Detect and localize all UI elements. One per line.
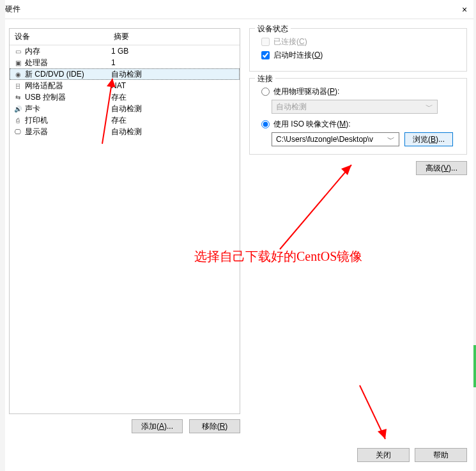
device-row[interactable]: 🖵显示器自动检测 bbox=[10, 126, 240, 137]
connect-at-poweron-checkbox[interactable] bbox=[261, 51, 270, 59]
connected-label: 已连接(C) bbox=[273, 36, 307, 47]
physical-drive-value: 自动检测 bbox=[276, 102, 307, 112]
close-button[interactable]: 关闭 bbox=[357, 448, 410, 462]
chevron-down-icon: ﹀ bbox=[426, 102, 433, 112]
left-buttons: 添加(A)... 移除(R) bbox=[9, 419, 240, 433]
device-row[interactable]: ⌸网络适配器NAT bbox=[10, 80, 240, 91]
connected-checkbox bbox=[261, 38, 270, 46]
device-summary: 存在 bbox=[109, 115, 240, 126]
title-bar: 硬件 × bbox=[0, 0, 476, 19]
device-summary: 自动检测 bbox=[109, 69, 240, 80]
iso-file-label: 使用 ISO 映像文件(M): bbox=[273, 119, 351, 130]
physical-drive-select: 自动检测 ﹀ bbox=[272, 100, 438, 114]
printer-icon: ⎙ bbox=[13, 116, 22, 125]
add-button[interactable]: 添加(A)... bbox=[132, 419, 183, 433]
device-list-header: 设备 摘要 bbox=[10, 29, 240, 45]
connection-group: 连接 使用物理驱动器(P): 自动检测 ﹀ 使用 ISO 映像文件(M): C:… bbox=[249, 78, 467, 155]
remove-button-label: 移除(R) bbox=[202, 421, 228, 432]
advanced-button[interactable]: 高级(V)... bbox=[416, 161, 467, 175]
header-device: 设备 bbox=[10, 29, 109, 45]
add-button-label: 添加(A)... bbox=[141, 421, 173, 432]
device-name: 网络适配器 bbox=[25, 81, 63, 91]
device-name: 新 CD/DVD (IDE) bbox=[25, 69, 84, 80]
background-strip-left bbox=[0, 0, 5, 471]
device-status-legend: 设备状态 bbox=[255, 24, 291, 35]
sound-icon: 🔊 bbox=[13, 104, 22, 113]
advanced-button-label: 高级(V)... bbox=[426, 163, 457, 174]
device-row[interactable]: ▣处理器1 bbox=[10, 57, 240, 68]
device-name: USB 控制器 bbox=[25, 92, 66, 103]
device-summary: 1 GB bbox=[109, 47, 240, 56]
chevron-down-icon[interactable]: ﹀ bbox=[387, 134, 395, 145]
content-area: 设备 摘要 ▭内存1 GB▣处理器1◉新 CD/DVD (IDE)自动检测⌸网络… bbox=[0, 19, 476, 433]
help-button[interactable]: 帮助 bbox=[415, 448, 467, 462]
display-icon: 🖵 bbox=[13, 127, 22, 136]
connected-checkbox-row: 已连接(C) bbox=[261, 36, 460, 47]
device-summary: 自动检测 bbox=[109, 127, 240, 137]
cpu-icon: ▣ bbox=[13, 58, 22, 67]
close-icon[interactable]: × bbox=[458, 4, 471, 15]
background-strip-right bbox=[473, 0, 476, 471]
device-row[interactable]: ▭内存1 GB bbox=[10, 45, 240, 57]
right-pane: 设备状态 已连接(C) 启动时连接(O) 连接 使用物理驱动器(P): 自动检测… bbox=[249, 28, 467, 433]
connect-at-poweron-row[interactable]: 启动时连接(O) bbox=[261, 50, 460, 61]
device-name: 声卡 bbox=[25, 104, 40, 114]
disc-icon: ◉ bbox=[13, 70, 22, 79]
physical-drive-label: 使用物理驱动器(P): bbox=[273, 86, 339, 97]
device-row[interactable]: ⇆USB 控制器存在 bbox=[10, 91, 240, 103]
iso-file-radio[interactable] bbox=[261, 120, 270, 128]
device-name: 打印机 bbox=[25, 115, 48, 126]
footer-buttons: 关闭 帮助 bbox=[357, 448, 467, 462]
device-row[interactable]: 🔊声卡自动检测 bbox=[10, 103, 240, 114]
device-name: 处理器 bbox=[25, 58, 48, 68]
iso-path-combo[interactable]: C:\Users\fuzongle\Desktop\v ﹀ bbox=[272, 132, 399, 146]
window-title: 硬件 bbox=[5, 4, 20, 15]
browse-button[interactable]: 浏览(B)... bbox=[404, 132, 453, 146]
iso-file-radio-row[interactable]: 使用 ISO 映像文件(M): bbox=[261, 119, 460, 130]
physical-drive-radio[interactable] bbox=[261, 88, 270, 96]
device-row[interactable]: ⎙打印机存在 bbox=[10, 114, 240, 126]
physical-drive-select-wrap: 自动检测 ﹀ bbox=[272, 100, 460, 114]
usb-icon: ⇆ bbox=[13, 93, 22, 102]
network-icon: ⌸ bbox=[13, 81, 22, 90]
device-summary: NAT bbox=[109, 81, 240, 90]
iso-path-row: C:\Users\fuzongle\Desktop\v ﹀ 浏览(B)... bbox=[272, 132, 460, 146]
device-summary: 1 bbox=[109, 58, 240, 67]
connect-at-poweron-label: 启动时连接(O) bbox=[273, 50, 323, 61]
device-summary: 自动检测 bbox=[109, 104, 240, 114]
header-summary: 摘要 bbox=[109, 29, 240, 45]
device-name: 内存 bbox=[25, 46, 40, 57]
device-list: 设备 摘要 ▭内存1 GB▣处理器1◉新 CD/DVD (IDE)自动检测⌸网络… bbox=[9, 28, 240, 414]
left-pane: 设备 摘要 ▭内存1 GB▣处理器1◉新 CD/DVD (IDE)自动检测⌸网络… bbox=[9, 28, 240, 433]
browse-button-label: 浏览(B)... bbox=[413, 134, 445, 145]
advanced-row: 高级(V)... bbox=[249, 161, 467, 175]
device-row[interactable]: ◉新 CD/DVD (IDE)自动检测 bbox=[10, 68, 240, 80]
memory-icon: ▭ bbox=[13, 47, 22, 56]
remove-button[interactable]: 移除(R) bbox=[189, 419, 240, 433]
device-name: 显示器 bbox=[25, 127, 48, 137]
device-summary: 存在 bbox=[109, 92, 240, 103]
background-green-strip bbox=[473, 345, 476, 387]
iso-path-value: C:\Users\fuzongle\Desktop\v bbox=[276, 135, 373, 144]
device-status-group: 设备状态 已连接(C) 启动时连接(O) bbox=[249, 28, 467, 72]
physical-drive-radio-row[interactable]: 使用物理驱动器(P): bbox=[261, 86, 460, 97]
connection-legend: 连接 bbox=[255, 73, 275, 84]
